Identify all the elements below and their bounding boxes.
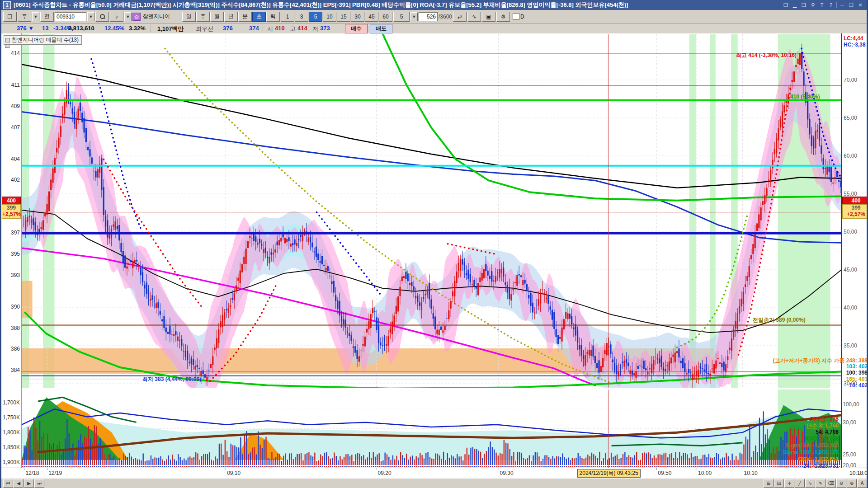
d-checkbox[interactable] bbox=[513, 13, 519, 20]
draw-icon[interactable]: ✎ bbox=[816, 479, 826, 488]
price-tick-397: 397 bbox=[11, 230, 20, 236]
time-tick-09:30: 09:30 bbox=[500, 470, 514, 476]
sound-dropdown[interactable]: ▼ bbox=[124, 12, 132, 21]
sell-button[interactable]: 매도 bbox=[370, 24, 392, 33]
best-bid: 376 bbox=[223, 25, 233, 32]
prev-price-pct: +2,57% bbox=[843, 211, 868, 217]
period-button-일[interactable]: 일 bbox=[182, 12, 196, 22]
auto-icon[interactable]: A bbox=[857, 479, 867, 488]
interval-button-3[interactable]: 3 bbox=[295, 12, 308, 22]
stock-code-dropdown[interactable]: ▼ bbox=[87, 12, 94, 21]
clock-label: 10:18:0 bbox=[849, 470, 868, 476]
save-icon[interactable]: ▣ bbox=[482, 12, 495, 22]
popup-icon[interactable]: ❐ bbox=[782, 2, 789, 8]
next-page-button[interactable]: ▶ bbox=[24, 479, 34, 488]
nav-buttons: ⏮◀▶⏭ bbox=[3, 479, 45, 488]
price-tick-411: 411 bbox=[11, 82, 20, 88]
datetime-box: 2024/12/19(목) 09:43:25 bbox=[577, 469, 641, 478]
bar-count-input[interactable]: 526 bbox=[419, 12, 438, 21]
percent-tick-5: 45,00 bbox=[844, 267, 857, 273]
interval-button-5[interactable]: 5 bbox=[309, 12, 322, 22]
last-page-button[interactable]: ⏭ bbox=[34, 479, 44, 488]
price-tick-393: 393 bbox=[11, 272, 20, 278]
minimize-panel-icon[interactable]: ▁ bbox=[791, 2, 798, 8]
interval-button-1[interactable]: 1 bbox=[281, 12, 294, 22]
trendline-icon[interactable]: ╱ bbox=[795, 479, 805, 488]
stock-code-input[interactable]: 009310 bbox=[55, 12, 86, 21]
volume-right-tick-0: 100,00 bbox=[843, 401, 859, 408]
quote-row: 376 ▼ 13 -3.34% 2,813,610 12.45% 3.32% 1… bbox=[1, 23, 867, 34]
period-button-년[interactable]: 년 bbox=[224, 12, 238, 22]
hc-label: HC:-3,38 bbox=[844, 42, 866, 48]
prev-price-pct: +2,57% bbox=[2, 211, 20, 217]
window-button-separator bbox=[836, 2, 837, 8]
period-button-분[interactable]: 분 bbox=[238, 12, 252, 22]
font-icon[interactable]: T bbox=[818, 2, 826, 8]
help-icon[interactable]: ? bbox=[827, 2, 835, 8]
toolbar: ❒ 주 ▼ 전 009310 ▼ ♪ ▼ 증 참엔지니어 일주월년분초틱 135… bbox=[1, 10, 867, 23]
zoom-in-icon[interactable]: ⊕ bbox=[847, 479, 857, 488]
volume-tick-2: 1,800K bbox=[3, 429, 20, 436]
chart-grid-icon[interactable]: ⊞ bbox=[764, 479, 774, 488]
period-button-틱[interactable]: 틱 bbox=[266, 12, 280, 22]
tool-buttons: ⊞▤✛╱∿✎⌫⊖⊕A bbox=[764, 479, 868, 488]
interval-select-dropdown[interactable]: ▼ bbox=[410, 12, 418, 21]
compare-chart-icon[interactable]: ⇄ bbox=[453, 12, 467, 22]
time-tick-mark bbox=[697, 468, 697, 470]
interval-button-60[interactable]: 60 bbox=[379, 12, 392, 22]
copy-window-icon[interactable]: ❏ bbox=[800, 2, 807, 8]
interval-button-30[interactable]: 30 bbox=[351, 12, 364, 22]
main-chart-plot[interactable] bbox=[22, 34, 841, 388]
erase-icon[interactable]: ⌫ bbox=[826, 479, 836, 488]
volume-chart-plot[interactable] bbox=[22, 389, 841, 468]
time-tick-10:10: 10:10 bbox=[744, 470, 758, 476]
low-label: 저 bbox=[312, 25, 318, 33]
period-button-월[interactable]: 월 bbox=[210, 12, 224, 22]
percent-tick-4: 50,00 bbox=[844, 229, 857, 235]
wave-icon[interactable]: ∿ bbox=[805, 479, 815, 488]
stock-type-dropdown[interactable]: ▼ bbox=[32, 12, 39, 21]
restore-icon[interactable]: ❒ bbox=[848, 2, 855, 8]
sound-button[interactable]: ♪ bbox=[110, 12, 123, 22]
minimize-icon[interactable]: ─ bbox=[839, 2, 846, 8]
time-tick-mark bbox=[377, 468, 377, 470]
prev-stock-button[interactable]: 전 bbox=[40, 12, 54, 22]
pin-icon[interactable]: ⚲ bbox=[809, 2, 816, 8]
stock-type-button[interactable]: 주 bbox=[18, 12, 31, 22]
panel-title-box[interactable]: 참엔지니어링 매물대 수(13) bbox=[4, 35, 82, 45]
volume-legend-4: Signal 60: -1,853,265 bbox=[786, 442, 839, 449]
prev-page-button[interactable]: ◀ bbox=[14, 479, 24, 488]
bar-total-label: /3600 bbox=[439, 14, 452, 20]
percent-tick-0: 70,00 bbox=[844, 77, 857, 83]
first-page-button[interactable]: ⏮ bbox=[3, 479, 13, 488]
interval-button-15[interactable]: 15 bbox=[337, 12, 350, 22]
time-tick-mark bbox=[656, 468, 657, 470]
time-tick-10:00: 10:00 bbox=[698, 470, 712, 476]
interval-button-10[interactable]: 10 bbox=[323, 12, 336, 22]
interval-select[interactable]: 5 bbox=[393, 12, 410, 22]
price-tick-402: 402 bbox=[11, 177, 20, 183]
settings-gear-icon[interactable]: ⚙ bbox=[496, 12, 510, 22]
crosshair-icon[interactable]: ✛ bbox=[784, 479, 794, 488]
volume-tick-4: 1,900K bbox=[3, 459, 20, 465]
period-button-초[interactable]: 초 bbox=[252, 12, 266, 22]
turnover-pct: 12.45% bbox=[104, 25, 124, 32]
volume-right-tick-1: 30,00 bbox=[843, 419, 856, 426]
interval-button-45[interactable]: 45 bbox=[365, 12, 378, 22]
volume-tick-3: 1,850K bbox=[3, 444, 20, 450]
chart-window-icon[interactable]: ❒ bbox=[3, 12, 17, 22]
price-tick-388: 388 bbox=[11, 325, 20, 331]
close-icon[interactable]: ✕ bbox=[857, 2, 864, 8]
low-price: 373 bbox=[320, 25, 330, 32]
chart-style-icon[interactable]: ∿ bbox=[467, 12, 481, 22]
chart-region: 4144114094074044023973953933903883863844… bbox=[1, 33, 868, 478]
stock-name-label: 참엔지니어 bbox=[142, 13, 181, 20]
volume-tick-0: 1,700K bbox=[3, 399, 20, 406]
chart-layout-icon[interactable]: ▤ bbox=[774, 479, 784, 488]
period-button-주[interactable]: 주 bbox=[196, 12, 210, 22]
zoom-out-icon[interactable]: ⊖ bbox=[836, 479, 846, 488]
price-tick-404: 404 bbox=[11, 156, 20, 162]
search-button[interactable] bbox=[95, 12, 109, 22]
time-tick-mark bbox=[743, 468, 743, 470]
buy-button[interactable]: 매수 bbox=[345, 24, 368, 33]
